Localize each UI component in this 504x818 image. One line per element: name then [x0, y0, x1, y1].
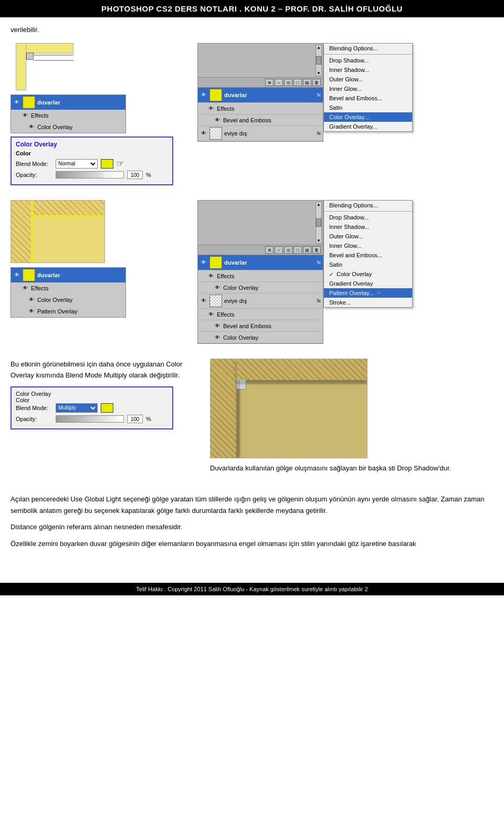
blend-mode-row: Blend Mode: Normal Multiply ☞ [16, 159, 168, 169]
wall-top-3 [237, 359, 367, 380]
menu-outer-glow[interactable]: Outer Glow... [324, 75, 412, 84]
layer-color-overlay-row: 👁 Color Overlay [11, 121, 125, 133]
rp2-co2-row: 👁 Color Overlay [198, 332, 323, 343]
section1-left: 👁 duvarlar 👁 Effects 👁 Color Overlay Col… [10, 43, 189, 185]
menu2-blending-lbl: Blending Options... [329, 202, 378, 208]
menu-gradient-overlay[interactable]: Gradient Overlay... [324, 122, 412, 131]
rp-icons-bar-2: ⊕ ○ ◎ □ ▤ 🗑 [198, 245, 323, 255]
rp-icon-4[interactable]: □ [293, 79, 302, 86]
opacity-slider[interactable] [56, 171, 124, 179]
rp2-row-duvarlar[interactable]: 👁 duvarlar fx [198, 255, 323, 270]
layer-row-duvarlar[interactable]: 👁 duvarlar [11, 95, 125, 110]
panel-scrollbar-top: ▲ ▼ [198, 44, 323, 78]
section1-right: ▲ ▼ ⊕ ○ ◎ □ ▤ 🗑 👁 [197, 43, 494, 142]
rp-bevel-row: 👁 Bevel and Emboss [198, 114, 323, 126]
rp-thumb [209, 89, 222, 101]
eye-icon-co2: 👁 [28, 296, 35, 303]
eye-icon-rp: 👁 [200, 91, 207, 99]
scrollbar-2[interactable]: ▲ ▼ [316, 202, 322, 244]
cursor-icon-2: ☞ [377, 290, 381, 296]
rp2-icon-3[interactable]: ◎ [284, 246, 292, 254]
menu-blending[interactable]: Blending Options... [324, 44, 412, 53]
menu2-drop-lbl: Drop Shadow... [329, 214, 369, 221]
menu2-sep1 [324, 211, 412, 212]
rp2-bevel: Bevel and Emboss [223, 323, 271, 329]
menu2-stroke[interactable]: Stroke... [324, 298, 412, 307]
rp-icon-1[interactable]: ⊕ [265, 79, 274, 86]
menu-bevel-label: Bevel and Emboss... [329, 95, 382, 101]
rp2-icon-1[interactable]: ⊕ [265, 246, 274, 254]
menu2-color-overlay[interactable]: ✓ Color Overlay [324, 269, 412, 279]
menu2-satin[interactable]: Satin [324, 260, 412, 269]
eye-eviye: 👁 [200, 130, 207, 137]
footer: Telif Hakkı . Copyright 2011 Salih Ofluo… [0, 583, 504, 595]
menu-color-overlay[interactable]: Color Overlay... [324, 112, 412, 122]
blend-mode-label: Blend Mode: [16, 161, 52, 167]
menu2-inner-glow[interactable]: Inner Glow... [324, 241, 412, 250]
rp-row-eviye[interactable]: 👁 eviye dış fx [198, 126, 323, 141]
effects-label: Effects [31, 112, 48, 119]
menu2-pattern[interactable]: Pattern Overlay... ☞ [324, 288, 412, 298]
rp2-thumb [209, 256, 222, 269]
multiply-color-swatch[interactable] [101, 403, 113, 413]
header-title: PHOTOSHOP CS2 DERS NOTLARI . KONU 2 – PR… [101, 4, 403, 13]
multiply-opacity-slider[interactable] [56, 415, 124, 423]
scrollbar[interactable]: ▲ ▼ [316, 45, 322, 76]
eye-rp2-eviye-eff: 👁 [207, 311, 215, 318]
rp-icon-3[interactable]: ◎ [284, 79, 292, 86]
rp-bevel: Bevel and Emboss [223, 117, 271, 123]
menu-satin[interactable]: Satin [324, 103, 412, 112]
menu-inner-glow[interactable]: Inner Glow... [324, 84, 412, 93]
menu2-bevel[interactable]: Bevel and Emboss... [324, 250, 412, 260]
rp-row-duvarlar[interactable]: 👁 duvarlar fx [198, 88, 323, 103]
rp-icon-2[interactable]: ○ [275, 79, 283, 86]
multiply-panel: Color Overlay Color Blend Mode: Multiply… [10, 386, 173, 429]
eye-effects: 👁 [207, 105, 215, 112]
multiply-blend-row: Blend Mode: Multiply Normal [16, 403, 168, 413]
rp2-eviye-fx: fx [317, 298, 321, 303]
layer-thumb [23, 96, 35, 109]
menu-bevel[interactable]: Bevel and Emboss... [324, 93, 412, 103]
rp2-icon-2[interactable]: ○ [275, 246, 283, 254]
rp-icon-6[interactable]: 🗑 [312, 79, 321, 86]
opacity-row: Opacity: 100 % [16, 171, 168, 179]
body-text-2: Duvarlarda kullanılan gölge oluşmasını s… [210, 463, 494, 474]
rp2-icon-4[interactable]: □ [293, 246, 302, 254]
rp2-eviye-row[interactable]: 👁 eviye dış fx [198, 293, 323, 309]
right-layer-panel-1: ▲ ▼ ⊕ ○ ◎ □ ▤ 🗑 👁 [197, 43, 323, 142]
rp2-icon-6[interactable]: 🗑 [312, 246, 321, 254]
menu2-outer-glow[interactable]: Outer Glow... [324, 232, 412, 241]
menu-outer-glow-label: Outer Glow... [329, 76, 363, 82]
layer-effects-row: 👁 Effects [11, 110, 125, 121]
menu-inner-shadow-label: Inner Shadow... [329, 67, 369, 73]
menu-satin-label: Satin [329, 104, 342, 111]
rp2-icon-5[interactable]: ▤ [303, 246, 311, 254]
layer2-po-row: 👁 Pattern Overlay [11, 306, 125, 317]
section-2: 👁 duvarlar 👁 Effects 👁 Color Overlay 👁 P… [10, 200, 494, 344]
shadow-top [236, 380, 367, 384]
rp-effects-row: 👁 Effects [198, 103, 323, 114]
color-swatch[interactable] [101, 159, 113, 169]
multiply-blend-label: Blend Mode: [16, 405, 52, 411]
rp-eviye-name: eviye dış [224, 130, 247, 137]
menu-drop-shadow[interactable]: Drop Shadow... [324, 56, 412, 65]
menu2-bevel-lbl: Bevel and Emboss... [329, 252, 382, 258]
rp2-co2: Color Overlay [223, 334, 258, 341]
menu-gradient-overlay-label: Gradient Overlay... [329, 123, 377, 130]
eye-icon-color-overlay: 👁 [28, 123, 35, 131]
menu2-inner-glow-lbl: Inner Glow... [329, 243, 362, 249]
blend-mode-select[interactable]: Normal Multiply [56, 159, 98, 169]
menu2-gradient[interactable]: Gradient Overlay [324, 279, 412, 288]
menu2-blending[interactable]: Blending Options... [324, 201, 412, 210]
body-text-4: Distance gölgenin referans alınan nesned… [10, 521, 494, 532]
context-menu-1: Blending Options... Drop Shadow... Inner… [323, 43, 413, 132]
wall-illustration-2 [10, 200, 105, 263]
multiply-opacity-value: 100 [127, 415, 143, 423]
menu-blending-label: Blending Options... [329, 45, 378, 51]
layer2-row-duvarlar[interactable]: 👁 duvarlar [11, 268, 125, 282]
menu-inner-shadow[interactable]: Inner Shadow... [324, 65, 412, 75]
multiply-blend-select[interactable]: Multiply Normal [56, 403, 98, 413]
menu2-drop[interactable]: Drop Shadow... [324, 213, 412, 222]
menu2-inner-shadow[interactable]: Inner Shadow... [324, 222, 412, 232]
rp-icon-5[interactable]: ▤ [303, 79, 311, 86]
